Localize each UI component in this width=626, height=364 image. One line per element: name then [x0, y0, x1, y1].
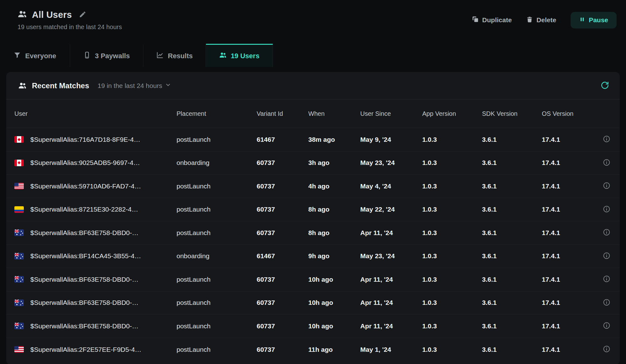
cell-os-version: 17.4.1: [542, 229, 601, 237]
cell-when: 10h ago: [308, 299, 360, 306]
delete-button[interactable]: Delete: [526, 16, 556, 24]
cell-variant-id: 61467: [257, 136, 308, 143]
cell-when: 3h ago: [308, 159, 360, 167]
cell-placement: onboarding: [177, 252, 257, 260]
card-title: Recent Matches: [32, 81, 89, 90]
edit-title-button[interactable]: [79, 11, 86, 19]
country-flag-icon: [14, 206, 24, 213]
cell-variant-id: 60737: [257, 229, 308, 237]
table-body: $SuperwallAlias:716A7D18-8F9E-4… postLau…: [6, 128, 620, 361]
cell-os-version: 17.4.1: [542, 182, 601, 190]
duplicate-icon: [472, 16, 479, 24]
column-header-app-version: App Version: [422, 110, 482, 117]
info-button[interactable]: [603, 275, 611, 284]
table-row[interactable]: $SuperwallAlias:59710AD6-FAD7-4… postLau…: [6, 175, 620, 198]
info-button[interactable]: [603, 182, 611, 191]
time-range-dropdown[interactable]: 19 in the last 24 hours: [96, 81, 173, 90]
refresh-icon: [601, 81, 609, 90]
info-button[interactable]: [603, 135, 611, 144]
pause-button[interactable]: Pause: [571, 12, 617, 28]
cell-user-since: May 23, '24: [360, 252, 422, 260]
users-icon: [219, 51, 227, 61]
cell-sdk-version: 3.6.1: [482, 322, 542, 330]
cell-placement: postLaunch: [177, 276, 257, 283]
info-button[interactable]: [603, 345, 611, 354]
tab-users[interactable]: 19 Users: [206, 44, 273, 67]
table-row[interactable]: $SuperwallAlias:9025ADB5-9697-4… onboard…: [6, 151, 620, 175]
country-flag-icon: [14, 276, 24, 283]
info-icon: [603, 275, 611, 284]
cell-actions: [601, 228, 612, 237]
table-row[interactable]: $SuperwallAlias:BF63E758-DBD0-… postLaun…: [6, 291, 620, 315]
tab-everyone[interactable]: Everyone: [0, 44, 70, 67]
page-subtitle: 19 users matched in the last 24 hours: [18, 23, 122, 31]
info-button[interactable]: [603, 252, 611, 261]
cell-user-since: May 23, '24: [360, 159, 422, 167]
cell-app-version: 1.0.3: [422, 136, 482, 143]
cell-os-version: 17.4.1: [542, 206, 601, 213]
cell-os-version: 17.4.1: [542, 322, 601, 330]
cell-user-since: Apr 11, '24: [360, 299, 422, 306]
refresh-button[interactable]: [601, 81, 609, 90]
cell-user: $SuperwallAlias:BF63E758-DBD0-…: [14, 322, 177, 330]
cell-user: $SuperwallAlias:87215E30-2282-4…: [14, 206, 177, 213]
user-alias: $SuperwallAlias:BF14CA45-3B55-4…: [30, 252, 141, 260]
cell-app-version: 1.0.3: [422, 252, 482, 260]
cell-placement: onboarding: [177, 159, 257, 167]
table-row[interactable]: $SuperwallAlias:BF63E758-DBD0-… postLaun…: [6, 268, 620, 291]
country-flag-icon: [14, 253, 24, 259]
tab-bar: Everyone 3 Paywalls Results 19 Users: [0, 44, 626, 67]
card-header: Recent Matches 19 in the last 24 hours: [6, 72, 620, 100]
table-row[interactable]: $SuperwallAlias:BF63E758-DBD0-… postLaun…: [6, 315, 620, 338]
cell-actions: [601, 135, 612, 144]
trash-icon: [526, 16, 533, 24]
chevron-down-icon: [165, 82, 171, 90]
table-row[interactable]: $SuperwallAlias:716A7D18-8F9E-4… postLau…: [6, 128, 620, 151]
cell-placement: postLaunch: [177, 182, 257, 190]
cell-variant-id: 60737: [257, 299, 308, 306]
pause-icon: [579, 16, 585, 24]
column-header-sdk-version: SDK Version: [482, 110, 542, 117]
tab-paywalls[interactable]: 3 Paywalls: [70, 44, 143, 67]
cell-user-since: Apr 11, '24: [360, 276, 422, 283]
info-button[interactable]: [603, 158, 611, 167]
table-row[interactable]: $SuperwallAlias:BF63E758-DBD0-… postLaun…: [6, 221, 620, 245]
user-alias: $SuperwallAlias:BF63E758-DBD0-…: [30, 229, 139, 237]
cell-user-since: May 22, '24: [360, 206, 422, 213]
info-icon: [603, 135, 611, 144]
user-alias: $SuperwallAlias:9025ADB5-9697-4…: [30, 159, 140, 167]
info-button[interactable]: [603, 321, 611, 331]
cell-user: $SuperwallAlias:9025ADB5-9697-4…: [14, 159, 177, 167]
cell-actions: [601, 345, 612, 354]
cell-app-version: 1.0.3: [422, 346, 482, 353]
cell-os-version: 17.4.1: [542, 136, 601, 143]
table-row[interactable]: $SuperwallAlias:2F2E57EE-F9D5-4… postLau…: [6, 338, 620, 361]
cell-sdk-version: 3.6.1: [482, 299, 542, 306]
table-header-row: User Placement Variant Id When User Sinc…: [6, 100, 620, 128]
cell-os-version: 17.4.1: [542, 252, 601, 260]
tab-label: 19 Users: [231, 52, 259, 60]
delete-label: Delete: [536, 16, 556, 24]
cell-variant-id: 60737: [257, 159, 308, 167]
cell-user: $SuperwallAlias:716A7D18-8F9E-4…: [14, 136, 177, 143]
tab-label: Everyone: [25, 52, 56, 60]
cell-when: 9h ago: [308, 252, 360, 260]
cell-app-version: 1.0.3: [422, 159, 482, 167]
chart-icon: [156, 51, 164, 61]
info-button[interactable]: [603, 228, 611, 237]
cell-when: 10h ago: [308, 322, 360, 330]
table-row[interactable]: $SuperwallAlias:87215E30-2282-4… postLau…: [6, 198, 620, 222]
cell-variant-id: 60737: [257, 276, 308, 283]
cell-os-version: 17.4.1: [542, 159, 601, 167]
user-alias: $SuperwallAlias:59710AD6-FAD7-4…: [30, 182, 141, 190]
country-flag-icon: [14, 346, 24, 353]
info-button[interactable]: [603, 205, 611, 214]
tab-results[interactable]: Results: [143, 44, 206, 67]
cell-sdk-version: 3.6.1: [482, 159, 542, 167]
duplicate-button[interactable]: Duplicate: [472, 16, 512, 24]
title-block: All Users 19 users matched in the last 2…: [18, 9, 122, 31]
cell-when: 38m ago: [308, 136, 360, 143]
info-button[interactable]: [603, 298, 611, 307]
pencil-icon: [79, 11, 86, 19]
table-row[interactable]: $SuperwallAlias:BF14CA45-3B55-4… onboard…: [6, 245, 620, 268]
